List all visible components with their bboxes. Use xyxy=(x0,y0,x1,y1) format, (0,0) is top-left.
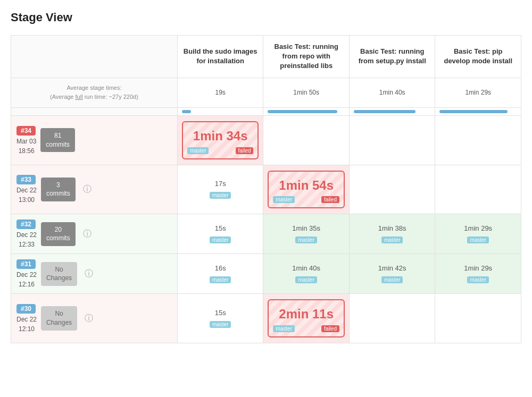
master-tag: master xyxy=(210,192,231,199)
stage-cell-3-2: 1min 42s master xyxy=(349,254,435,294)
stage-cell-1-0: 17s master xyxy=(177,165,263,214)
stage-cell-0-1 xyxy=(263,115,350,165)
commit-badge: NoChanges xyxy=(41,306,77,331)
stage-cell-3-1: 1min 40s master xyxy=(263,254,350,294)
avg-time-4: 1min 29s xyxy=(435,78,521,107)
build-number-badge[interactable]: #32 xyxy=(16,219,36,229)
stage-time: 15s xyxy=(182,224,259,232)
stage-time: 1min 40s xyxy=(268,264,345,272)
stage-time: 1min 29s xyxy=(439,264,517,272)
build-time: 12:10 xyxy=(16,325,37,333)
master-tag: master xyxy=(467,276,489,283)
master-tag: master xyxy=(210,236,231,243)
progress-bar-3 xyxy=(354,110,415,113)
failed-tag: failed xyxy=(236,147,254,154)
stage-cell-2-0: 15s master xyxy=(177,214,263,254)
commit-badge: NoChanges xyxy=(41,262,77,286)
stage-cell-0-2 xyxy=(349,115,435,165)
failed-tag: failed xyxy=(321,196,339,203)
fail-box: 1min 34s master failed xyxy=(182,121,259,159)
build-info-cell: #34 Mar 03 18:56 81commits xyxy=(11,115,178,165)
master-tag: master xyxy=(467,236,489,243)
stage-time: 1min 29s xyxy=(439,224,517,232)
stage-time: 16s xyxy=(182,264,259,272)
column-header-2: Basic Test: running from repo with prein… xyxy=(263,36,350,78)
fail-time: 2min 11s xyxy=(273,307,339,322)
commit-badge: 81commits xyxy=(40,128,75,153)
build-number-badge[interactable]: #34 xyxy=(16,126,36,136)
failed-tag: failed xyxy=(321,325,339,332)
progress-bar-cell-4 xyxy=(435,107,521,115)
build-number-badge[interactable]: #33 xyxy=(16,175,36,184)
master-tag: master xyxy=(273,196,295,203)
build-info-cell: #31 Dec 22 12:16 NoChanges ⓘ xyxy=(11,254,178,294)
info-icon: ⓘ xyxy=(85,268,93,280)
stage-cell-0-3 xyxy=(435,115,521,165)
stage-time: 1min 42s xyxy=(354,264,431,272)
stage-cell-4-0: 15s master xyxy=(177,294,263,343)
progress-bar-2 xyxy=(268,110,337,113)
build-number-badge[interactable]: #30 xyxy=(16,304,36,314)
build-date: Dec 22 xyxy=(16,231,37,239)
stage-cell-1-2 xyxy=(349,165,435,214)
average-label: Average stage times:(Average full run ti… xyxy=(11,78,178,107)
info-icon: ⓘ xyxy=(83,184,92,195)
master-tag: master xyxy=(295,276,317,283)
progress-bar-4 xyxy=(439,110,507,113)
build-info-cell: #32 Dec 22 12:33 20commits ⓘ xyxy=(11,214,178,254)
stage-cell-2-3: 1min 29s master xyxy=(435,214,521,254)
build-number-badge[interactable]: #31 xyxy=(16,259,36,269)
master-tag: master xyxy=(187,147,209,154)
build-info-cell: #30 Dec 22 12:10 NoChanges ⓘ xyxy=(11,294,178,343)
stage-time: 15s xyxy=(182,309,259,317)
master-tag: master xyxy=(381,236,403,243)
progress-bar-1 xyxy=(182,110,191,113)
build-date: Dec 22 xyxy=(16,316,37,323)
build-info-cell: #33 Dec 22 13:00 3commits ⓘ xyxy=(11,165,178,214)
stage-time: 17s xyxy=(182,180,259,188)
master-tag: master xyxy=(381,276,403,283)
progress-bar-cell-3 xyxy=(349,107,435,115)
build-date: Dec 22 xyxy=(16,271,37,278)
commit-badge: 3commits xyxy=(41,178,76,202)
stage-cell-3-3: 1min 29s master xyxy=(435,254,521,294)
stage-cell-2-2: 1min 38s master xyxy=(349,214,435,254)
build-date: Mar 03 xyxy=(16,138,36,145)
stage-cell-4-1: 2min 11s master failed xyxy=(263,294,350,343)
stage-cell-3-0: 16s master xyxy=(177,254,263,294)
progress-bar-cell-2 xyxy=(263,107,350,115)
commit-badge: 20commits xyxy=(41,222,76,247)
master-tag: master xyxy=(295,236,317,243)
table-row: #30 Dec 22 12:10 NoChanges ⓘ 15s master … xyxy=(11,294,521,343)
stage-cell-2-1: 1min 35s master xyxy=(263,214,350,254)
stage-cell-1-3 xyxy=(435,165,521,214)
stage-cell-0-0: 1min 34s master failed xyxy=(177,115,263,165)
fail-box: 1min 54s master failed xyxy=(268,171,345,209)
master-tag: master xyxy=(273,325,295,332)
master-tag: master xyxy=(210,276,231,283)
stage-view-table: Build the sudo images for installation B… xyxy=(11,35,521,343)
progress-bar-cell-1 xyxy=(177,107,263,115)
avg-time-1: 19s xyxy=(177,78,263,107)
column-header-4: Basic Test: pip develop mode install xyxy=(435,36,521,78)
stage-time: 1min 35s xyxy=(268,224,345,232)
stage-cell-4-3 xyxy=(435,294,521,343)
fail-box: 2min 11s master failed xyxy=(268,299,345,337)
info-icon: ⓘ xyxy=(85,313,93,324)
fail-time: 1min 34s xyxy=(187,129,254,144)
stage-cell-4-2 xyxy=(349,294,435,343)
page-title: Stage View xyxy=(11,11,521,24)
build-time: 12:33 xyxy=(16,241,37,248)
stage-time: 1min 38s xyxy=(354,224,431,232)
column-header-3: Basic Test: running from setup.py instal… xyxy=(349,36,435,78)
info-icon: ⓘ xyxy=(83,229,92,240)
build-time: 12:16 xyxy=(16,281,37,288)
table-row: #34 Mar 03 18:56 81commits 1min 34s mast… xyxy=(11,115,521,165)
build-time: 13:00 xyxy=(16,196,37,204)
table-row: #33 Dec 22 13:00 3commits ⓘ 17s master 1… xyxy=(11,165,521,214)
table-row: #31 Dec 22 12:16 NoChanges ⓘ 16s master … xyxy=(11,254,521,294)
avg-time-3: 1min 40s xyxy=(349,78,435,107)
avg-time-2: 1min 50s xyxy=(263,78,350,107)
build-time: 18:56 xyxy=(16,147,36,155)
fail-time: 1min 54s xyxy=(273,178,339,193)
